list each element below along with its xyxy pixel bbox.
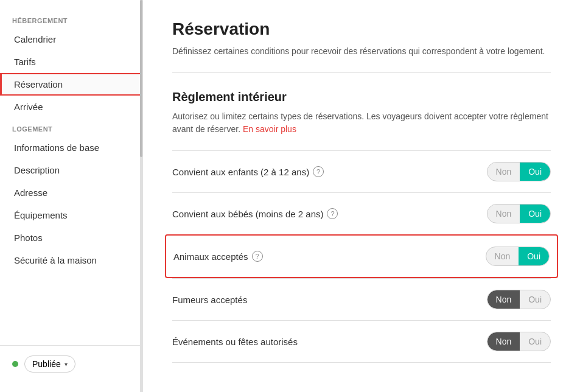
sidebar-item-adresse[interactable]: Adresse: [0, 181, 142, 204]
sidebar-section-label-0: Hébergement: [0, 10, 142, 28]
sidebar-footer: Publiée ▾: [0, 345, 142, 382]
toggle-rows: Convient aux enfants (2 à 12 ans)?NonOui…: [172, 150, 551, 363]
help-icon-bebes[interactable]: ?: [327, 208, 338, 219]
divider: [172, 72, 551, 73]
section-desc-text: Autorisez ou limitez certains types de r…: [172, 111, 548, 134]
toggle-non-animaux[interactable]: Non: [486, 247, 519, 265]
chevron-down-icon: ▾: [65, 361, 68, 368]
toggle-non-bebes[interactable]: Non: [487, 205, 520, 223]
sidebar-item-securite[interactable]: Sécurité à la maison: [0, 249, 142, 271]
sidebar-item-reservation[interactable]: Réservation: [0, 73, 142, 96]
page-subtitle: Définissez certaines conditions pour rec…: [172, 45, 551, 58]
sidebar-item-tarifs[interactable]: Tarifs: [0, 51, 142, 73]
toggle-switch-animaux[interactable]: NonOui: [486, 247, 550, 266]
sidebar-item-arrivee[interactable]: Arrivée: [0, 96, 142, 118]
main-content: Réservation Définissez certaines conditi…: [143, 0, 580, 392]
toggle-oui-animaux[interactable]: Oui: [519, 247, 549, 265]
status-dot: [12, 361, 18, 367]
toggle-row-animaux: Animaux acceptés?NonOui: [165, 234, 558, 278]
toggle-label-bebes: Convient aux bébés (moins de 2 ans)?: [172, 208, 338, 219]
toggle-non-enfants[interactable]: Non: [487, 163, 520, 181]
toggle-label-text-evenements: Événements ou fêtes autorisés: [172, 337, 298, 347]
toggle-non-fumeurs[interactable]: Non: [487, 290, 520, 309]
help-icon-enfants[interactable]: ?: [313, 166, 324, 177]
toggle-oui-evenements[interactable]: Oui: [520, 332, 550, 351]
sidebar: HébergementCalendrierTarifsRéservationAr…: [0, 0, 143, 392]
toggle-label-text-fumeurs: Fumeurs acceptés: [172, 295, 247, 305]
toggle-switch-enfants[interactable]: NonOui: [487, 162, 551, 181]
sidebar-section-label-1: Logement: [0, 118, 142, 136]
toggle-row-enfants: Convient aux enfants (2 à 12 ans)?NonOui: [172, 150, 551, 192]
toggle-row-bebes: Convient aux bébés (moins de 2 ans)?NonO…: [172, 192, 551, 234]
status-dropdown[interactable]: Publiée ▾: [24, 355, 75, 373]
sidebar-item-calendrier[interactable]: Calendrier: [0, 28, 142, 51]
sidebar-item-informations[interactable]: Informations de base: [0, 136, 142, 159]
sidebar-item-photos[interactable]: Photos: [0, 226, 142, 249]
toggle-label-fumeurs: Fumeurs acceptés: [172, 295, 247, 305]
sidebar-item-equipements[interactable]: Équipements: [0, 204, 142, 226]
status-label: Publiée: [32, 359, 61, 369]
toggle-row-fumeurs: Fumeurs acceptésNonOui: [172, 278, 551, 320]
toggle-label-animaux: Animaux acceptés?: [173, 251, 263, 262]
toggle-non-evenements[interactable]: Non: [487, 332, 520, 351]
toggle-switch-fumeurs[interactable]: NonOui: [487, 290, 551, 309]
toggle-switch-bebes[interactable]: NonOui: [487, 204, 551, 223]
section-title: Règlement intérieur: [172, 90, 551, 104]
toggle-oui-enfants[interactable]: Oui: [520, 163, 550, 181]
toggle-label-text-animaux: Animaux acceptés: [173, 251, 248, 262]
toggle-row-evenements: Événements ou fêtes autorisésNonOui: [172, 320, 551, 363]
toggle-switch-evenements[interactable]: NonOui: [487, 332, 551, 351]
help-icon-animaux[interactable]: ?: [252, 251, 263, 262]
toggle-label-text-bebes: Convient aux bébés (moins de 2 ans): [172, 209, 323, 219]
section-desc: Autorisez ou limitez certains types de r…: [172, 110, 551, 136]
sidebar-item-description[interactable]: Description: [0, 159, 142, 181]
page-title: Réservation: [172, 19, 551, 39]
learn-more-link[interactable]: En savoir plus: [243, 124, 296, 134]
toggle-label-text-enfants: Convient aux enfants (2 à 12 ans): [172, 167, 309, 177]
toggle-oui-fumeurs[interactable]: Oui: [520, 290, 550, 309]
toggle-oui-bebes[interactable]: Oui: [520, 205, 550, 223]
toggle-label-enfants: Convient aux enfants (2 à 12 ans)?: [172, 166, 324, 177]
toggle-label-evenements: Événements ou fêtes autorisés: [172, 337, 298, 347]
